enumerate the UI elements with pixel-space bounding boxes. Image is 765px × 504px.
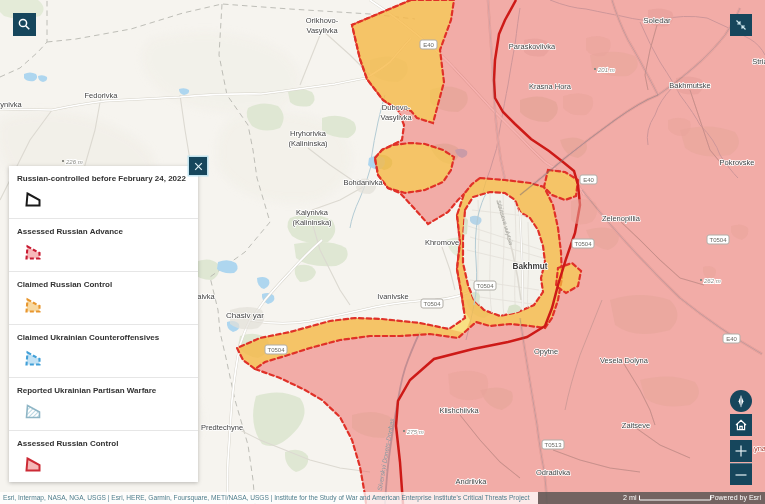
svg-text:Soledar: Soledar — [643, 16, 671, 25]
svg-text:E40: E40 — [583, 177, 594, 183]
svg-text:226 m: 226 m — [65, 159, 83, 165]
svg-text:Bakhmutske: Bakhmutske — [669, 81, 710, 90]
svg-text:Klishchiivka: Klishchiivka — [439, 406, 479, 415]
svg-text:Opytne: Opytne — [534, 347, 558, 356]
svg-text:Fedorivka: Fedorivka — [85, 91, 119, 100]
svg-text:aivka: aivka — [197, 292, 215, 301]
svg-text:T0504: T0504 — [423, 301, 441, 307]
svg-text:Vasylivka: Vasylivka — [306, 26, 338, 35]
svg-text:Kalynivka: Kalynivka — [296, 208, 329, 217]
svg-text:E40: E40 — [423, 42, 434, 48]
svg-text:Bohdanivka: Bohdanivka — [343, 178, 383, 187]
svg-text:(Kalininska): (Kalininska) — [288, 139, 328, 148]
svg-text:Vasylivka: Vasylivka — [380, 113, 412, 122]
svg-text:Bakhmut: Bakhmut — [512, 262, 547, 271]
svg-text:Zaitseve: Zaitseve — [622, 421, 650, 430]
svg-text:Predtechyne: Predtechyne — [201, 423, 243, 432]
svg-text:Khromove: Khromove — [425, 238, 459, 247]
svg-text:(Kalininska): (Kalininska) — [292, 218, 332, 227]
svg-text:yna: yna — [754, 444, 765, 453]
svg-text:Krasna Hora: Krasna Hora — [529, 82, 572, 91]
svg-text:Pokrovske: Pokrovske — [719, 158, 754, 167]
svg-text:T0504: T0504 — [709, 237, 727, 243]
svg-text:E40: E40 — [726, 336, 737, 342]
svg-text:ynivka: ynivka — [0, 100, 22, 109]
svg-text:T0513: T0513 — [544, 442, 562, 448]
svg-text:262 m: 262 m — [703, 278, 721, 284]
svg-text:275 m: 275 m — [406, 429, 424, 435]
svg-text:T0504: T0504 — [267, 347, 285, 353]
svg-text:Paraskoviivka: Paraskoviivka — [509, 42, 556, 51]
svg-text:Zelenopillia: Zelenopillia — [602, 214, 641, 223]
svg-text:Hryhorivka: Hryhorivka — [290, 129, 327, 138]
svg-text:Andriivka: Andriivka — [456, 477, 488, 486]
svg-text:Dubovo-: Dubovo- — [382, 103, 411, 112]
svg-text:Chasiv yar: Chasiv yar — [226, 311, 264, 320]
svg-text:T0504: T0504 — [574, 241, 592, 247]
svg-text:Odradivka: Odradivka — [536, 468, 571, 477]
svg-text:201 m: 201 m — [597, 67, 615, 73]
svg-text:Orikhovo-: Orikhovo- — [306, 16, 339, 25]
svg-text:Vesela Dolyna: Vesela Dolyna — [600, 356, 649, 365]
svg-text:Stria: Stria — [752, 57, 765, 66]
svg-text:T0504: T0504 — [476, 283, 494, 289]
svg-text:Ivanivske: Ivanivske — [377, 292, 408, 301]
